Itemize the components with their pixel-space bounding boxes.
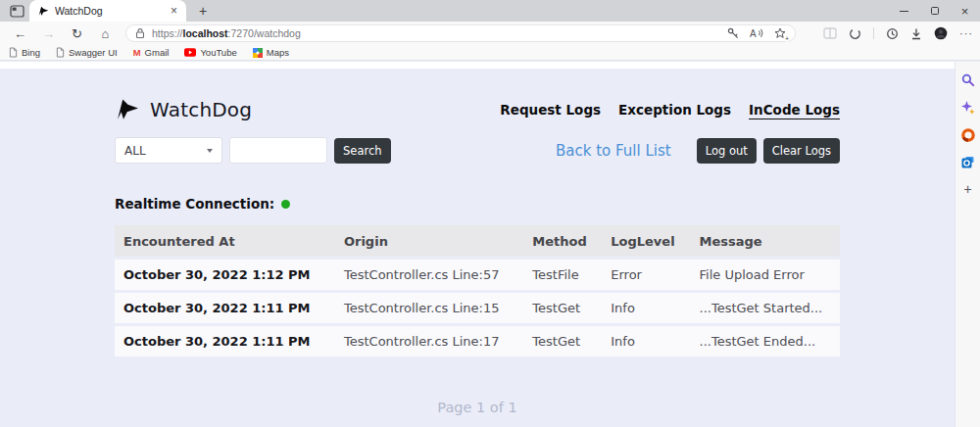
downloads-icon[interactable] — [910, 27, 922, 40]
cell-origin: TestController.cs Line:15 — [335, 301, 523, 315]
col-header-origin: Origin — [335, 234, 523, 249]
pagination-label: Page 1 of 1 — [115, 400, 840, 415]
search-input[interactable] — [229, 137, 327, 164]
cell-loglevel: Info — [602, 301, 690, 315]
page-top-strip — [0, 62, 955, 69]
search-icon[interactable] — [961, 73, 975, 87]
forward-button[interactable]: → — [34, 26, 63, 41]
bookmark-gmail[interactable]: M Gmail — [133, 47, 170, 58]
loglevel-select[interactable]: ALL — [115, 137, 222, 164]
tab-title: WatchDog — [55, 5, 171, 17]
url-scheme: https:// — [152, 27, 183, 39]
watchdog-logo-icon — [115, 98, 141, 121]
address-bar[interactable]: https://localhost:7270/watchdog A + — [125, 24, 796, 42]
settings-menu-button[interactable]: ··· — [959, 27, 973, 39]
bookmark-swagger-ui[interactable]: Swagger UI — [56, 47, 118, 58]
new-tab-button[interactable]: + — [194, 2, 212, 20]
bookmark-youtube[interactable]: YouTube — [184, 47, 236, 58]
browser-titlebar: WatchDog × + × — [0, 0, 980, 22]
lock-icon — [135, 27, 145, 39]
cell-origin: TestController.cs Line:17 — [335, 334, 523, 349]
page-icon — [9, 47, 18, 58]
bookmark-bing[interactable]: Bing — [9, 47, 40, 58]
copilot-icon[interactable] — [849, 27, 861, 40]
cell-encountered-at: October 30, 2022 1:11 PM — [115, 301, 335, 315]
col-header-encountered-at: Encountered At — [115, 234, 335, 249]
page-title: WatchDog — [150, 98, 252, 121]
nav-request-logs[interactable]: Request Logs — [500, 102, 601, 118]
connection-status-dot — [281, 200, 290, 209]
window-controls: × — [889, 0, 980, 22]
table-row: October 30, 2022 1:11 PM TestController.… — [115, 293, 840, 323]
watchdog-brand: WatchDog — [115, 98, 252, 121]
split-screen-icon[interactable] — [823, 27, 837, 39]
read-aloud-icon[interactable]: A — [750, 27, 763, 39]
search-button[interactable]: Search — [334, 138, 391, 164]
nav-exception-logs[interactable]: Exception Logs — [618, 102, 731, 118]
edge-sidebar: + — [955, 62, 980, 427]
history-icon[interactable] — [886, 27, 899, 40]
realtime-label: Realtime Connection: — [115, 196, 274, 212]
table-header-row: Encountered At Origin Method LogLevel Me… — [115, 225, 840, 257]
window-minimize-button[interactable] — [889, 0, 919, 22]
tab-actions-icon — [10, 5, 24, 18]
watchdog-favicon — [38, 6, 49, 17]
table-row: October 30, 2022 1:11 PM TestController.… — [115, 326, 840, 356]
browser-toolbar: ← → ↻ ⌂ https://localhost:7270/watchdog … — [0, 22, 980, 45]
nav-incode-logs[interactable]: InCode Logs — [749, 102, 840, 118]
favorite-plus-icon: + — [785, 36, 789, 42]
bookmark-label: Gmail — [145, 47, 170, 58]
clear-logs-button[interactable]: Clear Logs — [763, 138, 840, 164]
cell-encountered-at: October 30, 2022 1:11 PM — [115, 334, 335, 349]
copilot-sparkle-icon[interactable] — [961, 101, 975, 115]
toolbar-divider — [873, 27, 874, 39]
password-key-icon[interactable] — [727, 27, 739, 39]
back-to-full-list-link[interactable]: Back to Full List — [556, 142, 671, 160]
logs-table: Encountered At Origin Method LogLevel Me… — [115, 225, 840, 356]
gmail-icon: M — [133, 48, 141, 58]
cell-method: TestFile — [523, 267, 602, 282]
cell-message: ...TestGet Ended... — [691, 334, 840, 349]
url-text: https://localhost:7270/watchdog — [152, 27, 727, 39]
back-button[interactable]: ← — [6, 26, 34, 41]
tab-actions-menu-button[interactable] — [7, 3, 26, 19]
table-row: October 30, 2022 1:12 PM TestController.… — [115, 260, 840, 290]
window-close-button[interactable]: × — [950, 0, 980, 22]
window-maximize-button[interactable] — [919, 0, 950, 22]
office-icon[interactable] — [961, 128, 975, 142]
outlook-icon[interactable] — [961, 156, 974, 168]
maximize-icon — [931, 7, 939, 15]
bookmark-label: Swagger UI — [69, 47, 118, 58]
tab-close-icon[interactable]: × — [171, 5, 177, 17]
logout-button[interactable]: Log out — [697, 138, 757, 164]
cell-origin: TestController.cs Line:57 — [335, 267, 523, 282]
profile-avatar[interactable] — [934, 26, 948, 40]
browser-tab-watchdog[interactable]: WatchDog × — [29, 0, 186, 22]
svg-text:A: A — [750, 28, 757, 39]
loglevel-select-value: ALL — [124, 144, 146, 158]
cell-message: File Upload Error — [691, 267, 840, 282]
page-header-row: WatchDog Request Logs Exception Logs InC… — [115, 98, 840, 121]
page-icon — [56, 47, 65, 58]
cell-message: ...TestGet Started... — [691, 301, 840, 315]
col-header-method: Method — [523, 234, 602, 249]
cell-method: TestGet — [523, 301, 602, 315]
watchdog-page: WatchDog Request Logs Exception Logs InC… — [0, 62, 955, 427]
add-icon[interactable]: + — [963, 182, 971, 196]
col-header-loglevel: LogLevel — [602, 234, 690, 249]
browser-window: { "browser": { "tab_strip": { "tab_title… — [0, 0, 980, 427]
toolbar-right-icons: ··· — [823, 22, 973, 45]
log-type-nav: Request Logs Exception Logs InCode Logs — [500, 102, 840, 118]
minimize-icon — [900, 11, 908, 12]
watchdog-content: WatchDog Request Logs Exception Logs InC… — [115, 98, 840, 415]
url-path: :7270/watchdog — [228, 27, 301, 39]
realtime-connection-status: Realtime Connection: — [115, 196, 840, 212]
cell-loglevel: Info — [602, 334, 690, 349]
home-button[interactable]: ⌂ — [91, 26, 120, 41]
address-bar-icons: A + — [727, 27, 786, 39]
chevron-down-icon — [207, 149, 213, 153]
refresh-button[interactable]: ↻ — [63, 26, 91, 41]
add-favorite-button[interactable]: + — [774, 27, 786, 39]
youtube-icon — [184, 48, 196, 57]
bookmark-maps[interactable]: Maps — [253, 47, 289, 58]
